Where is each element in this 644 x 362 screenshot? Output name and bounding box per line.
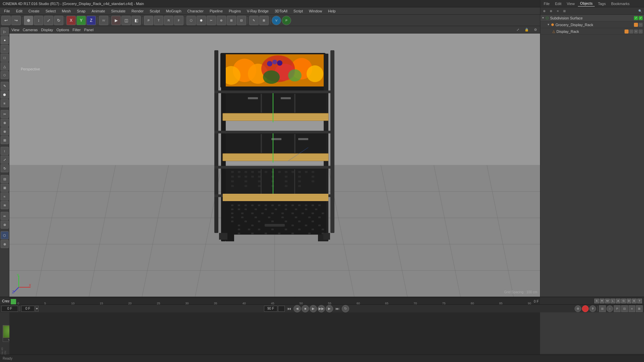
obj-badge-dots2[interactable]: · [629, 29, 633, 34]
prev-frame-button[interactable]: ◀ [293, 305, 301, 312]
fps-field2[interactable] [278, 306, 285, 312]
menu-select[interactable]: Select [43, 8, 59, 14]
obj-toolbar-icon-2[interactable]: ⊗ [548, 8, 554, 14]
left-tool-8[interactable]: ≡ [1, 99, 9, 107]
menu-mograph[interactable]: MoGraph [163, 8, 184, 14]
left-tool-7[interactable]: ⬢ [1, 90, 9, 99]
obj-toolbar-icon-1[interactable]: ⊕ [542, 8, 547, 14]
attr-icon-2[interactable]: R [600, 299, 604, 303]
left-tool-4[interactable]: △ [1, 62, 9, 70]
vp-menu-filter[interactable]: Filter [72, 28, 80, 32]
render-to-picture-viewer[interactable]: ▶ [111, 16, 121, 25]
obj-badge-dots[interactable]: ··· [639, 23, 643, 27]
menu-simulate[interactable]: Simulate [108, 8, 128, 14]
left-tool-15[interactable]: ↻ [1, 164, 9, 172]
menu-edit[interactable]: Edit [13, 8, 25, 14]
vp-menu-panel[interactable]: Panel [84, 28, 94, 32]
scale-tool[interactable]: ⤢ [44, 16, 53, 25]
left-tool-19[interactable]: ≋ [1, 201, 9, 209]
left-tool-0[interactable]: ▷ [1, 27, 9, 36]
pb-extra-3[interactable]: P [614, 305, 621, 312]
left-tool-23[interactable]: ⊕ [1, 240, 9, 248]
left-tool-6[interactable]: ✎ [1, 82, 9, 90]
x-axis-button[interactable]: X [66, 16, 76, 25]
menu-character[interactable]: Character [185, 8, 206, 14]
obj-toolbar-icon-5[interactable]: 🔍 [637, 8, 643, 14]
obj-tab-tags[interactable]: Tags [596, 1, 608, 6]
menu-script[interactable]: Script [291, 8, 306, 14]
obj-tab-view[interactable]: View [565, 1, 577, 6]
obj-expand-1[interactable]: ▼ [547, 23, 550, 26]
menu-help[interactable]: Help [325, 8, 338, 14]
menu-render[interactable]: Render [129, 8, 146, 14]
left-tool-13[interactable]: ↕ [1, 147, 9, 155]
obj-toolbar-icon-4[interactable]: ⊞ [562, 8, 567, 14]
menu-sculpt[interactable]: Sculpt [147, 8, 163, 14]
weld-button[interactable]: ⊞ [227, 16, 236, 25]
pb-extra-1[interactable]: ⊞ [599, 305, 606, 312]
attr-icon-7[interactable]: D [627, 299, 631, 303]
timeline-start-marker[interactable] [11, 299, 16, 304]
obj-badge-check3[interactable]: × [634, 29, 638, 34]
texture-button[interactable]: ⊠ [259, 16, 269, 25]
left-tool-10[interactable]: ⊕ [1, 119, 9, 127]
last-frame-button[interactable]: ⏭ [334, 305, 341, 312]
menu-window[interactable]: Window [306, 8, 325, 14]
redo-button[interactable]: ↪ [11, 16, 21, 25]
move-tool[interactable]: ↕ [34, 16, 43, 25]
magnet-button[interactable]: ⊛ [217, 16, 226, 25]
world-mode-button[interactable]: W [99, 16, 108, 25]
top-view-btn[interactable]: T [154, 16, 163, 25]
vp-menu-options[interactable]: Options [56, 28, 69, 32]
interactive-render[interactable]: ◧ [131, 16, 141, 25]
mirror-button[interactable]: ⊟ [237, 16, 246, 25]
attr-icon-6[interactable]: G [621, 299, 626, 303]
obj-tab-edit[interactable]: Edit [553, 1, 564, 6]
menu-plugins[interactable]: Plugins [226, 8, 244, 14]
obj-toolbar-icon-3[interactable]: ≡ [555, 8, 560, 14]
obj-badge-check2[interactable]: ✓ [639, 16, 643, 20]
vray-button[interactable]: V [272, 16, 281, 25]
left-tool-1[interactable]: ✦ [1, 36, 9, 44]
left-tool-17[interactable]: ⊠ [1, 184, 9, 192]
loop-button[interactable]: ↻ [342, 305, 349, 312]
obj-badge-orange2[interactable] [625, 29, 629, 34]
auto-key-button[interactable]: ⊕ [575, 305, 581, 312]
vp-menu-view[interactable]: View [11, 28, 19, 32]
attr-icon-4[interactable]: L [610, 299, 615, 303]
attr-icon-5[interactable]: A [616, 299, 621, 303]
left-tool-18[interactable]: ≈ [1, 192, 9, 200]
pb-extra-6[interactable]: ⊠ [636, 305, 643, 312]
record-button[interactable] [582, 305, 589, 312]
left-tool-11[interactable]: ⊗ [1, 127, 9, 135]
paint-button[interactable]: ✎ [249, 16, 259, 25]
next-frame-button[interactable]: ▶ [326, 305, 333, 312]
pb-extra-4[interactable]: ⊟ [621, 305, 628, 312]
attr-icon-8[interactable]: E [632, 299, 637, 303]
menu-pipeline[interactable]: Pipeline [207, 8, 225, 14]
left-tool-5[interactable]: ⬡ [1, 71, 9, 79]
left-tool-3[interactable]: □ [1, 54, 9, 62]
pb-extra-5[interactable]: ≡ [629, 305, 635, 312]
viewport-expand-icon[interactable]: ⤢ [515, 27, 521, 33]
viewport-settings-icon[interactable]: ⚙ [533, 27, 538, 33]
menu-vray[interactable]: V-Ray Bridge [244, 8, 271, 14]
obj-row-grocery-rack[interactable]: ▼ ⬢ Grocery_Display_Rack ··· [540, 21, 644, 28]
z-axis-button[interactable]: Z [87, 16, 96, 25]
left-tool-12[interactable]: ⊞ [1, 136, 9, 144]
obj-row-display-rack[interactable]: △ Display_Rack · × · [540, 28, 644, 35]
obj-expand-0[interactable]: ▼ [542, 16, 544, 19]
obj-tab-bookmarks[interactable]: Bookmarks [609, 1, 632, 6]
play-reverse-button[interactable]: ▶▶ [318, 305, 325, 312]
first-frame-button[interactable]: ⏮ [285, 305, 293, 312]
menu-animate[interactable]: Animate [89, 8, 108, 14]
subdivide-button[interactable]: ⬡ [186, 16, 196, 25]
menu-mesh[interactable]: Mesh [59, 8, 73, 14]
pb-dropdown-btn[interactable]: ▼ [35, 306, 39, 312]
extrude-button[interactable]: ⬢ [197, 16, 206, 25]
obj-tab-file[interactable]: File [542, 1, 552, 6]
vp-menu-cameras[interactable]: Cameras [23, 28, 38, 32]
pb-extra-2[interactable]: ○ [606, 305, 613, 312]
obj-tab-objects[interactable]: Objects [578, 1, 594, 7]
right-view-btn[interactable]: R [164, 16, 173, 25]
